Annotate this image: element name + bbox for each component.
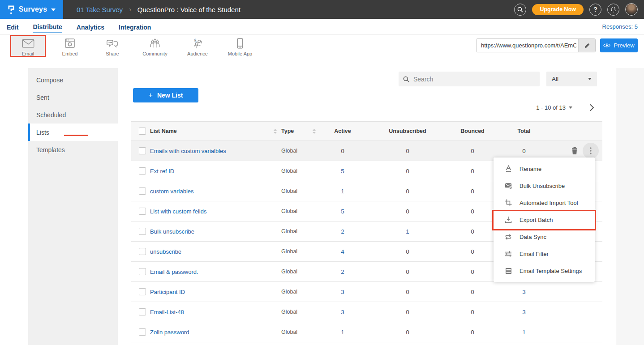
select-all-checkbox[interactable]	[139, 128, 146, 135]
list-name-link[interactable]: Email & password.	[150, 268, 198, 275]
unsubscribed-count: 0	[406, 309, 409, 315]
bounced-count: 0	[471, 309, 474, 315]
col-active: Active	[334, 128, 351, 134]
surveys-menu[interactable]: Surveys	[0, 0, 63, 19]
search-input[interactable]	[413, 76, 535, 83]
notifications-bell-icon[interactable]	[607, 4, 619, 16]
sort-icon[interactable]	[313, 129, 316, 134]
new-list-label: New List	[157, 92, 183, 99]
toolbar-item-audience[interactable]: $ Audience	[180, 36, 215, 57]
toolbar-item-share[interactable]: Share	[94, 36, 130, 57]
row-checkbox[interactable]	[139, 268, 146, 275]
search-icon[interactable]	[514, 4, 526, 16]
next-page-button[interactable]	[589, 104, 594, 111]
menu-item-label: Export Batch	[519, 217, 553, 223]
row-checkbox[interactable]	[139, 208, 146, 215]
tab-integration[interactable]: Integration	[119, 21, 151, 33]
rename-icon	[504, 165, 512, 172]
menu-item-bulk-unsubscribe[interactable]: Bulk Unsubscribe	[494, 177, 595, 194]
table-row[interactable]: Zolin passwordGlobal1001	[131, 322, 602, 342]
menu-item-label: Bulk Unsubscribe	[519, 183, 565, 189]
menu-item-email-filter[interactable]: Email Filter	[494, 245, 595, 262]
menu-item-email-template-settings[interactable]: Email Template Settings	[494, 262, 595, 279]
chevron-down-icon	[588, 78, 592, 80]
list-name-link[interactable]: Ext ref ID	[150, 168, 174, 175]
questionpro-app: Surveys 01 Take Survey › QuestionPro : V…	[0, 0, 644, 345]
tab-edit[interactable]: Edit	[7, 21, 18, 33]
list-name-link[interactable]: Bulk unsubscribe	[150, 228, 194, 235]
active-count: 5	[341, 168, 344, 175]
list-type: Global	[281, 168, 297, 174]
active-count: 2	[341, 228, 344, 235]
share-icon	[107, 37, 118, 49]
tab-analytics[interactable]: Analytics	[77, 21, 104, 33]
toolbar-item-embed[interactable]: Embed	[52, 36, 88, 57]
col-bounced: Bounced	[460, 128, 484, 134]
eye-icon	[603, 43, 610, 48]
bounced-count: 0	[471, 329, 474, 336]
sidebar-item-compose[interactable]: Compose	[28, 71, 118, 89]
list-name-link[interactable]: List with custom feilds	[150, 208, 206, 215]
table-row[interactable]: Email-List-48Global3003	[131, 302, 602, 322]
row-checkbox[interactable]	[139, 187, 146, 195]
list-type: Global	[281, 289, 297, 295]
menu-item-label: Data Sync	[519, 234, 546, 240]
toolbar-item-community[interactable]: Community	[137, 36, 173, 57]
row-checkbox[interactable]	[139, 308, 146, 315]
breadcrumb: 01 Take Survey › QuestionPro : Voice of …	[77, 6, 240, 13]
new-list-button[interactable]: + New List	[133, 88, 198, 102]
toolbar-item-label: Audience	[187, 51, 208, 56]
export-batch-icon	[504, 216, 512, 223]
list-name-link[interactable]: unsubscribe	[150, 248, 181, 255]
sidebar-item-templates[interactable]: Templates	[28, 141, 118, 158]
active-count: 5	[341, 208, 344, 215]
upgrade-now-button[interactable]: Upgrade Now	[532, 4, 584, 15]
row-checkbox[interactable]	[139, 147, 146, 154]
row-checkbox[interactable]	[139, 248, 146, 255]
list-name-link[interactable]: custom variables	[150, 188, 194, 195]
row-more-options-button[interactable]	[583, 143, 599, 159]
menu-item-rename[interactable]: Rename	[494, 160, 595, 177]
breadcrumb-parent[interactable]: 01 Take Survey	[77, 6, 123, 13]
user-avatar[interactable]	[625, 3, 638, 16]
sidebar-item-lists[interactable]: Lists	[28, 124, 118, 141]
sidebar-item-sent[interactable]: Sent	[28, 89, 118, 106]
row-checkbox[interactable]	[139, 288, 146, 295]
bulk-unsubscribe-icon	[504, 183, 512, 189]
preview-button[interactable]: Preview	[600, 38, 638, 52]
sort-icon[interactable]	[274, 129, 277, 134]
responses-count[interactable]: Responses: 5	[602, 23, 638, 30]
list-name-link[interactable]: Zolin password	[150, 329, 189, 336]
menu-item-export-batch[interactable]: Export Batch	[494, 211, 595, 228]
row-checkbox[interactable]	[139, 328, 146, 336]
survey-url-field	[476, 38, 596, 52]
list-name-link[interactable]: Emails with custom varialbles	[150, 148, 226, 154]
survey-url-input[interactable]	[477, 39, 578, 52]
total-count: 0	[522, 148, 526, 154]
list-name-link[interactable]: Email-List-48	[150, 309, 184, 315]
embed-icon	[64, 37, 75, 49]
row-checkbox[interactable]	[139, 167, 146, 175]
col-total: Total	[518, 128, 531, 134]
bounced-count: 0	[471, 148, 474, 154]
mobile-icon	[237, 37, 243, 49]
menu-item-automated-import-tool[interactable]: Automated Import Tool	[494, 194, 595, 211]
edit-url-pencil-icon[interactable]	[578, 39, 595, 52]
list-type: Global	[281, 208, 297, 214]
svg-text:$: $	[193, 38, 196, 43]
unsubscribed-count: 0	[406, 188, 409, 195]
help-icon[interactable]: ?	[589, 4, 601, 16]
table-row[interactable]: Participant IDGlobal3003	[131, 282, 602, 302]
toolbar-item-email[interactable]: Email	[10, 36, 46, 57]
sidebar-item-scheduled[interactable]: Scheduled	[28, 106, 118, 124]
row-checkbox[interactable]	[139, 228, 146, 235]
bounced-count: 0	[471, 289, 474, 295]
list-filter-dropdown[interactable]: All	[546, 72, 597, 86]
tab-distribute[interactable]: Distribute	[33, 21, 62, 33]
unsubscribed-count: 0	[406, 208, 409, 215]
toolbar-item-mobile-app[interactable]: Mobile App	[222, 36, 258, 57]
pagination-range-dropdown[interactable]: 1 - 10 of 13	[536, 104, 572, 111]
menu-item-data-sync[interactable]: Data Sync	[494, 228, 595, 245]
delete-list-button[interactable]	[569, 147, 580, 155]
list-name-link[interactable]: Participant ID	[150, 289, 185, 295]
